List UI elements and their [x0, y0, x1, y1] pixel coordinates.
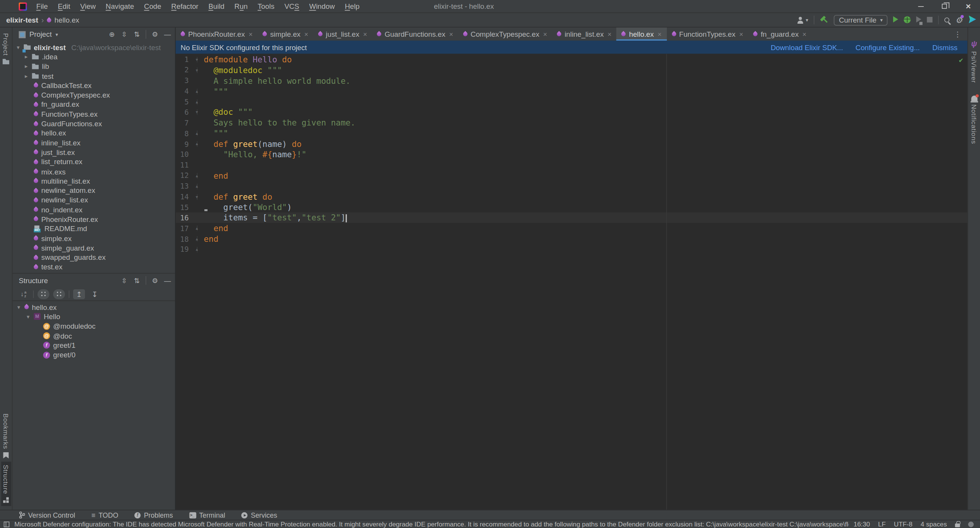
editor-tab-fn_guard-ex[interactable]: fn_guard.ex×: [748, 28, 811, 41]
tree-file-simple_guard-ex[interactable]: simple_guard.ex: [13, 243, 175, 253]
search-everywhere-button[interactable]: [944, 16, 949, 24]
menu-edit[interactable]: Edit: [54, 1, 75, 11]
menu-build[interactable]: Build: [204, 1, 229, 11]
chevron-down-icon[interactable]: ▾: [56, 31, 58, 37]
tree-file-swapped_guards-ex[interactable]: swapped_guards.ex: [13, 253, 175, 262]
line-number[interactable]: 4: [176, 87, 192, 96]
line-number[interactable]: 15: [176, 203, 192, 212]
structure-item-greet-1[interactable]: fgreet/1: [13, 341, 175, 350]
group-toggle-button[interactable]: [38, 289, 49, 299]
tree-folder-test[interactable]: ▸test: [13, 71, 175, 81]
chevron-collapsed-icon[interactable]: ▸: [24, 63, 29, 69]
line-number[interactable]: 8: [176, 129, 192, 138]
structure-item-hello-ex[interactable]: ▾hello.ex: [13, 302, 175, 312]
editor-tab-complextypespec-ex[interactable]: ComplexTypespec.ex×: [458, 28, 552, 41]
menu-help[interactable]: Help: [340, 1, 364, 11]
code-line-9[interactable]: 9▵ def greet(name) do: [176, 139, 968, 150]
collapse-all-icon[interactable]: ⇅: [133, 276, 141, 284]
settings-button[interactable]: ⚙: [955, 16, 962, 24]
indent-widget[interactable]: 4 spaces: [921, 520, 947, 528]
project-panel-title[interactable]: Project: [29, 31, 52, 38]
select-opened-file-icon[interactable]: ⊕: [108, 30, 116, 38]
code-line-3[interactable]: 3 A simple hello world module.: [176, 75, 968, 86]
encoding-widget[interactable]: UTF-8: [894, 520, 913, 528]
tree-file-mix-exs[interactable]: mix.exs: [13, 167, 175, 176]
lock-icon[interactable]: [955, 523, 960, 527]
tree-file-README-md[interactable]: README.md: [13, 224, 175, 234]
menu-file[interactable]: File: [32, 1, 52, 11]
code-line-14[interactable]: 14▿ def greet do: [176, 192, 968, 202]
tool-tab-notifications[interactable]: Notifications: [969, 93, 979, 147]
sort-alphabetically-button[interactable]: ↓az: [18, 289, 29, 299]
tab-close-icon[interactable]: ×: [248, 30, 253, 38]
layout-icon[interactable]: [4, 521, 10, 527]
structure-item--moduledoc[interactable]: @@moduledoc: [13, 321, 175, 331]
menu-window[interactable]: Window: [305, 1, 339, 11]
chevron-expanded-icon[interactable]: ▾: [26, 313, 31, 319]
breadcrumb-project[interactable]: elixir-test: [6, 16, 38, 24]
plugin-logo-button[interactable]: [968, 15, 976, 24]
hide-panel-icon[interactable]: —: [164, 277, 172, 284]
line-number[interactable]: 18: [176, 235, 192, 243]
tabs-options-icon[interactable]: ⋮: [948, 28, 967, 41]
gear-icon[interactable]: ⚙: [151, 30, 159, 38]
stop-button[interactable]: [927, 16, 933, 24]
background-tasks-icon[interactable]: [968, 521, 974, 527]
inspections-ok-icon[interactable]: ✔: [959, 56, 963, 64]
fold-up-icon[interactable]: ▵: [192, 99, 202, 105]
editor-tab-inline_list-ex[interactable]: inline_list.ex×: [552, 28, 616, 41]
code-line-19[interactable]: 19▵: [176, 244, 968, 255]
debug-button[interactable]: [904, 16, 911, 24]
fold-up-icon[interactable]: ▵: [192, 173, 202, 179]
line-ending-widget[interactable]: LF: [878, 520, 886, 528]
chevron-expanded-icon[interactable]: ▾: [16, 44, 21, 50]
fold-down-icon[interactable]: ▿: [192, 57, 202, 62]
code-line-5[interactable]: 5▵: [176, 96, 968, 107]
run-configuration-selector[interactable]: Current File ▾: [834, 15, 888, 25]
structure-item--doc[interactable]: @@doc: [13, 331, 175, 341]
window-minimize-button[interactable]: [909, 0, 933, 13]
coverage-button[interactable]: [916, 16, 921, 24]
toolwindow-button-services[interactable]: Services: [242, 511, 277, 519]
structure-item-hello[interactable]: ▾MHello: [13, 312, 175, 321]
code-line-16[interactable]: 16 items = ["test","test 2"]: [176, 213, 968, 223]
code-line-15[interactable]: 15 greet("World"): [176, 202, 968, 213]
line-number[interactable]: 14: [176, 192, 192, 201]
code-line-2[interactable]: 2▿ @moduledoc """: [176, 65, 968, 76]
code-line-4[interactable]: 4▵ """: [176, 86, 968, 97]
collapse-all-icon[interactable]: ⇅: [133, 30, 141, 38]
window-close-button[interactable]: ×: [956, 0, 980, 13]
code-line-1[interactable]: 1▿defmodule Hello do: [176, 54, 968, 65]
tab-close-icon[interactable]: ×: [304, 30, 309, 38]
fold-up-icon[interactable]: ▵: [192, 131, 202, 137]
line-number[interactable]: 1: [176, 55, 192, 64]
toolwindow-button-problems[interactable]: !Problems: [134, 511, 173, 519]
line-number[interactable]: 2: [176, 66, 192, 75]
line-number[interactable]: 10: [176, 150, 192, 159]
run-button[interactable]: [893, 16, 898, 24]
fold-up-icon[interactable]: ▵: [192, 226, 202, 231]
fold-up-icon[interactable]: ▵: [192, 88, 202, 94]
fold-up-icon[interactable]: ▵: [192, 141, 202, 147]
fold-down-icon[interactable]: ▿: [192, 67, 202, 73]
tab-close-icon[interactable]: ×: [658, 30, 662, 38]
fold-down-icon[interactable]: ▿: [192, 194, 202, 200]
banner-action-dismiss[interactable]: Dismiss: [933, 43, 958, 51]
line-number[interactable]: 12: [176, 171, 192, 180]
tree-file-newline_atom-ex[interactable]: newline_atom.ex: [13, 186, 175, 196]
tool-tab-psiviewer[interactable]: ψ PsiViewer: [969, 36, 979, 86]
tree-file-inline_list-ex[interactable]: inline_list.ex: [13, 138, 175, 148]
tree-folder-lib[interactable]: ▸lib: [13, 62, 175, 71]
expand-all-icon[interactable]: ⇳: [121, 276, 128, 284]
line-number[interactable]: 9: [176, 140, 192, 148]
line-number[interactable]: 17: [176, 224, 192, 233]
structure-item-greet-0[interactable]: fgreet/0: [13, 350, 175, 360]
banner-action-download-elixir-sdk[interactable]: Download Elixir SDK...: [771, 43, 843, 51]
gear-icon[interactable]: ⚙: [151, 276, 159, 284]
hide-panel-icon[interactable]: —: [164, 31, 172, 38]
tree-file-multiline_list-ex[interactable]: multiline_list.ex: [13, 176, 175, 186]
banner-action-configure-existing[interactable]: Configure Existing...: [856, 43, 920, 51]
toolwindow-button-terminal[interactable]: >_Terminal: [189, 511, 225, 519]
editor-tab-just_list-ex[interactable]: just_list.ex×: [313, 28, 372, 41]
menu-vcs[interactable]: VCS: [280, 1, 304, 11]
